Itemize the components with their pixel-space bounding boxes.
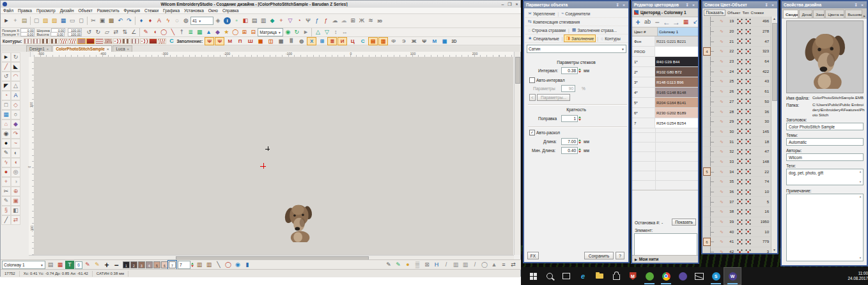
design-info-icon[interactable]: i: [224, 17, 231, 24]
lettering-icon[interactable]: A: [155, 17, 164, 26]
kiosk-icon[interactable]: ϟ: [164, 17, 173, 26]
chrome-icon[interactable]: [658, 268, 674, 284]
object-list-row[interactable]: ∿2930: [702, 117, 771, 127]
fill-satin2-icon[interactable]: П: [235, 37, 245, 45]
outline-satin2-icon[interactable]: [86, 38, 95, 44]
outline-backstitch-icon[interactable]: [59, 38, 68, 44]
overview-window-icon[interactable]: ▫: [232, 17, 241, 26]
colorway-list-icon[interactable]: ▤: [46, 261, 55, 270]
color-index-spinner[interactable]: 7: [178, 261, 190, 269]
length-input[interactable]: 7.00: [561, 138, 578, 145]
object-list-row[interactable]: ∿391950: [702, 217, 771, 227]
fill-tatami-icon[interactable]: Ψ: [205, 37, 214, 45]
fx-blue-icon[interactable]: ƒ: [313, 17, 322, 26]
fill-stipple-icon[interactable]: ⊞: [317, 37, 327, 45]
color-swatch-cell[interactable]: R148 G113 B96: [655, 77, 698, 87]
save-icon[interactable]: ▦: [59, 17, 68, 26]
menu-0[interactable]: Файл: [3, 8, 13, 13]
fill-texture-icon[interactable]: ▤: [368, 37, 378, 45]
object-list-row[interactable]: ∿24422: [702, 66, 771, 77]
props-tab-Компенсация стягивания[interactable]: ⇆Компенсация стягивания: [527, 19, 581, 25]
skew-icon[interactable]: ▱: [102, 28, 111, 37]
taskbar-clock[interactable]: 11:00 24.08.2017: [848, 271, 868, 282]
fill-sculpt-icon[interactable]: Ж: [409, 37, 419, 45]
color-index-spin-buttons[interactable]: [191, 262, 194, 268]
bitmap-icon[interactable]: ▦: [195, 28, 204, 37]
color-swatch-cell[interactable]: [655, 47, 698, 56]
object-list-row[interactable]: ∿2750: [702, 97, 771, 107]
color-swatch-2[interactable]: 2: [130, 261, 137, 268]
fill-texture2-icon[interactable]: ▥: [378, 37, 388, 45]
menu-10[interactable]: Окно: [208, 8, 218, 13]
ellipse-tool-icon[interactable]: ◯: [159, 28, 168, 37]
mail-icon[interactable]: [691, 268, 708, 284]
eye-icon[interactable]: ◉: [283, 28, 292, 37]
column-header-stitches[interactable]: Стежки: [750, 11, 763, 15]
rotate-ccw-icon[interactable]: ↺: [84, 28, 93, 37]
outline-sculpture-icon[interactable]: [122, 38, 130, 44]
save-button[interactable]: Сохранить: [584, 252, 614, 259]
task-view-icon[interactable]: [558, 268, 575, 284]
fill-wave-icon[interactable]: ≣: [327, 37, 337, 45]
design-tab-Цвета нитей[interactable]: Цвета нитей: [825, 10, 844, 18]
slash-icon[interactable]: /: [442, 261, 451, 270]
colorway-row-5*[interactable]: 5*R204 G164 B141: [632, 98, 698, 108]
close-tab-icon[interactable]: ×: [107, 47, 109, 51]
object-list-row[interactable]: ∿423: [702, 247, 771, 253]
spool-icon[interactable]: ▮: [243, 261, 252, 270]
color-swatch-1[interactable]: 1: [123, 261, 130, 268]
fx-red-icon[interactable]: ƒ: [322, 17, 330, 26]
measure-icon[interactable]: ▲: [490, 261, 499, 270]
add-color-icon[interactable]: +: [102, 261, 111, 270]
pin-icon[interactable]: ↧: [615, 3, 620, 7]
tags-textarea[interactable]: dog, pet, photo, gift ▲ ▼: [786, 169, 864, 185]
menu-9[interactable]: Установка: [184, 8, 204, 13]
pen-red-icon[interactable]: ✎: [141, 28, 150, 37]
spool-b-icon[interactable]: ▥: [461, 261, 470, 270]
scissors-icon[interactable]: ✂: [1, 187, 11, 196]
colorway-row-2*[interactable]: 2*R102 G80 B72: [632, 67, 698, 77]
fill-fancy-icon[interactable]: ▩: [276, 37, 286, 45]
color-group-badge[interactable]: 5: [703, 167, 711, 176]
object-list-row[interactable]: ∿3610: [702, 187, 771, 197]
list-scrollbar[interactable]: ▲ ▼: [771, 17, 777, 253]
props-tab-Заполнение[interactable]: ◨Заполнение: [564, 35, 596, 42]
cloud-upload-icon[interactable]: ☁: [339, 17, 348, 26]
run-tool-icon[interactable]: ╱: [1, 62, 11, 72]
colorway-select[interactable]: Colorway 1 ▼: [2, 261, 45, 269]
palette-editor-icon[interactable]: ▦: [681, 18, 690, 27]
insert-design-icon[interactable]: ♦: [146, 17, 155, 26]
angle-icon[interactable]: ∠: [129, 28, 138, 37]
half-tone-icon[interactable]: ◐: [11, 148, 20, 158]
fill-program-split-icon[interactable]: ▦: [256, 37, 265, 45]
help-button[interactable]: ?: [616, 252, 624, 259]
reshape-tool-icon[interactable]: ◤: [1, 81, 11, 91]
color-number-column-header[interactable]: Цвет #: [632, 27, 658, 36]
remove-overlaps-icon[interactable]: ▽: [286, 17, 295, 26]
undo-icon[interactable]: ↶: [116, 17, 125, 26]
props-tab-Строчка стразами[interactable]: ◌Строчка стразами: [527, 27, 567, 33]
menu-8[interactable]: Графика: [163, 8, 180, 13]
diamond-tool-icon[interactable]: ◆: [11, 119, 20, 129]
object-list-row[interactable]: ∿20278: [702, 27, 771, 37]
outline-vector-icon[interactable]: [158, 38, 166, 44]
props-tab-Специальные[interactable]: ★Специальные: [527, 35, 561, 42]
colorway-section-header[interactable]: Цветоряд - Colorway 1: [632, 8, 698, 17]
zoom-in-icon[interactable]: ◍: [182, 17, 190, 26]
boxed-icon[interactable]: ▣: [11, 196, 20, 206]
fill-curved-icon[interactable]: И: [337, 37, 347, 45]
fill-radial-icon[interactable]: Ц: [348, 37, 357, 45]
mirror-v-icon[interactable]: ⇅: [120, 28, 129, 37]
pencil2-icon[interactable]: ✎: [1, 196, 11, 206]
pick-color-icon[interactable]: ✎: [93, 261, 102, 270]
open-design-icon[interactable]: ▨: [41, 17, 50, 26]
next-colorway-icon[interactable]: →: [672, 18, 681, 27]
layers2-icon[interactable]: ≡: [499, 261, 508, 270]
cloud-download-icon[interactable]: ☁: [330, 17, 339, 26]
scroll-up-icon[interactable]: ▲: [771, 17, 777, 22]
notes-textarea[interactable]: ▲ ▼: [786, 194, 864, 261]
transform-field-input[interactable]: 0.00: [50, 32, 65, 36]
correction-spinner[interactable]: [578, 116, 582, 121]
props-tab-Заполнение страза...[interactable]: ▦Заполнение страза...: [571, 27, 618, 33]
space-v-icon[interactable]: ↕: [331, 28, 340, 37]
